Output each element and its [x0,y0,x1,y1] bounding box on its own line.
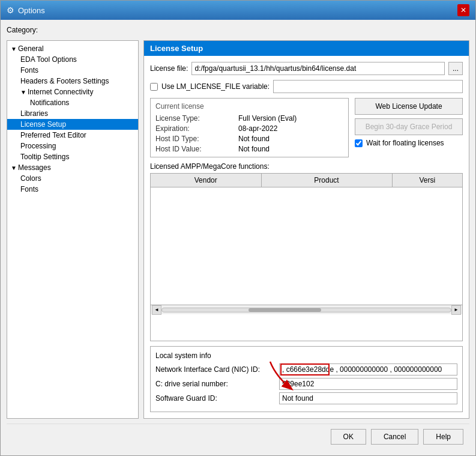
options-dialog: ⚙ Options ✕ Category: ▼General EDA Tool … [0,0,476,456]
nic-input[interactable] [279,363,457,375]
drive-row: C: drive serial number: [155,378,457,390]
web-license-button[interactable]: Web License Update [355,98,463,115]
sidebar-item-tooltip-settings[interactable]: Tooltip Settings [7,151,138,162]
close-button[interactable]: ✕ [457,4,469,16]
host-id-value-label: Host ID Value: [155,145,233,153]
wait-checkbox[interactable] [355,139,363,147]
col-vendor: Vendor [151,174,262,187]
cancel-button[interactable]: Cancel [371,429,418,445]
table-label: Licensed AMPP/MegaCore functions: [150,162,463,171]
nic-label: Network Interface Card (NIC) ID: [155,365,276,374]
license-type-label: License Type: [155,114,233,123]
title-bar: ⚙ Options ✕ [1,1,475,20]
sidebar-item-headers-footers[interactable]: Headers & Footers Settings [7,76,138,87]
lm-checkbox[interactable] [150,83,158,91]
license-file-input[interactable] [191,62,445,75]
sidebar-item-license-setup[interactable]: License Setup [7,119,138,130]
lm-checkbox-row: Use LM_LICENSE_FILE variable: [150,80,463,93]
sidebar-item-processing[interactable]: Processing [7,141,138,151]
expiration-label: Expiration: [155,124,233,133]
main-content: ▼General EDA Tool Options Fonts Headers … [7,40,469,419]
license-file-row: License file: ... [150,62,463,75]
title-bar-left: ⚙ Options [7,5,45,15]
dialog-body: Category: ▼General EDA Tool Options Font… [1,20,475,455]
host-id-type-value: Not found [238,135,343,143]
host-id-type-label: Host ID Type: [155,135,233,143]
col-version: Versi [393,174,463,187]
lm-label: Use LM_LICENSE_FILE variable: [161,82,270,91]
host-id-value-value: Not found [238,145,343,153]
scroll-right-arrow[interactable]: ► [451,305,461,315]
table-header: Vendor Product Versi [151,174,462,187]
collapse-icon-internet: ▼ [20,89,28,96]
license-info-left: Current license License Type: Full Versi… [150,98,349,157]
sidebar-item-notifications[interactable]: Notifications [7,97,138,108]
software-guard-label: Software Guard ID: [155,394,276,403]
help-button[interactable]: Help [423,429,463,445]
sidebar-item-general[interactable]: ▼General [7,43,138,54]
drive-label: C: drive serial number: [155,380,276,388]
scroll-left-arrow[interactable]: ◄ [152,305,161,315]
license-file-label: License file: [150,64,188,73]
sidebar-item-messages[interactable]: ▼Messages [7,162,138,173]
bottom-buttons: OK Cancel Help [7,424,469,449]
sidebar-item-libraries[interactable]: Libraries [7,108,138,119]
panel-header: License Setup [144,41,469,56]
license-info-right: Web License Update Begin 30-day Grace Pe… [355,98,463,157]
sidebar-item-eda-tool-options[interactable]: EDA Tool Options [7,54,138,65]
drive-input[interactable] [279,378,457,390]
table-section: Licensed AMPP/MegaCore functions: Vendor… [150,162,463,341]
panel-body: License file: ... Use LM_LICENSE_FILE va… [144,56,469,418]
license-info-grid: License Type: Full Version (Eval) Expira… [155,114,343,153]
horizontal-scrollbar[interactable]: ◄ ► [151,305,462,314]
ok-button[interactable]: OK [331,429,366,445]
sidebar-item-fonts2[interactable]: Fonts [7,184,138,195]
wait-row: Wait for floating licenses [355,139,463,147]
table-body[interactable] [151,187,462,305]
table-wrapper: Vendor Product Versi ◄ ► [150,173,463,341]
scrollbar-thumb[interactable] [249,308,321,312]
category-label: Category: [7,26,469,34]
license-info-area: Current license License Type: Full Versi… [150,98,463,157]
expiration-value: 08-apr-2022 [238,124,343,133]
grace-period-button[interactable]: Begin 30-day Grace Period [355,118,463,135]
collapse-icon-general: ▼ [11,46,18,52]
collapse-icon-messages: ▼ [11,165,18,171]
browse-button[interactable]: ... [448,62,463,75]
nic-input-wrapper [279,363,457,375]
sidebar: ▼General EDA Tool Options Fonts Headers … [7,40,139,419]
window-title: Options [18,6,45,15]
wait-label: Wait for floating licenses [366,139,444,147]
current-license-box: Current license License Type: Full Versi… [150,98,349,157]
app-icon: ⚙ [7,5,14,15]
license-type-value: Full Version (Eval) [238,114,343,123]
local-system-info: Local system info Network Interface Card… [150,346,463,412]
sidebar-item-colors[interactable]: Colors [7,173,138,184]
local-info-title: Local system info [155,351,457,360]
lm-input[interactable] [273,80,463,93]
sidebar-item-preferred-text-editor[interactable]: Preferred Text Editor [7,130,138,141]
software-guard-row: Software Guard ID: [155,392,457,404]
sidebar-item-fonts[interactable]: Fonts [7,65,138,76]
col-product: Product [262,174,393,187]
right-panel: License Setup License file: ... Use LM_L… [143,40,469,419]
current-license-title: Current license [155,102,343,111]
scrollbar-track[interactable] [161,308,451,312]
software-guard-input[interactable] [279,392,457,404]
nic-row: Network Interface Card (NIC) ID: [155,363,457,375]
sidebar-item-internet-connectivity[interactable]: ▼Internet Connectivity [7,87,138,97]
